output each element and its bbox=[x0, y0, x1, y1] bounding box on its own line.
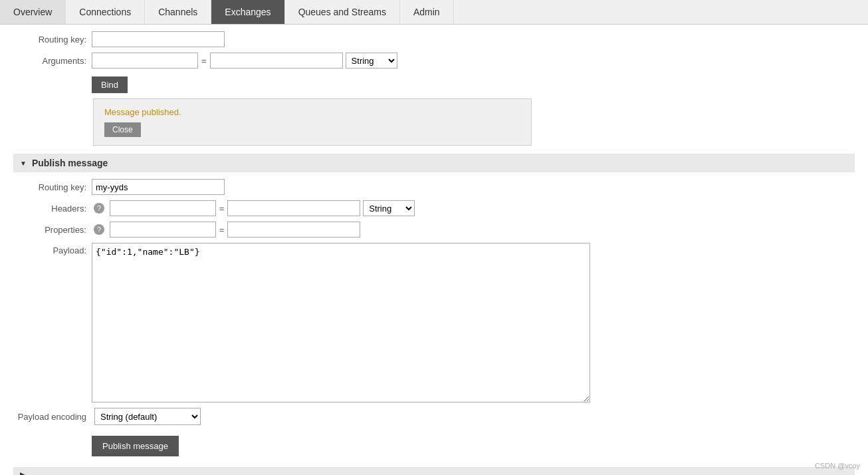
publish-routing-key-input[interactable] bbox=[92, 179, 225, 195]
properties-help-icon[interactable]: ? bbox=[94, 224, 104, 235]
publish-encoding-label: Payload encoding bbox=[13, 412, 86, 422]
notification-message: Message published. bbox=[104, 107, 520, 117]
properties-equals-sign: = bbox=[219, 225, 225, 235]
nav-exchanges[interactable]: Exchanges bbox=[211, 0, 284, 24]
nav-bar: Overview Connections Channels Exchanges … bbox=[0, 0, 868, 25]
headers-equals-sign: = bbox=[219, 204, 225, 214]
section-arrow-icon: ▼ bbox=[20, 160, 27, 167]
bind-arguments-value-input[interactable] bbox=[210, 53, 343, 69]
publish-encoding-select[interactable]: String (default) Base64 bbox=[94, 408, 201, 425]
publish-properties-value-input[interactable] bbox=[227, 222, 360, 238]
publish-properties-row: Properties: ? = bbox=[13, 222, 855, 238]
close-notification-button[interactable]: Close bbox=[104, 122, 141, 137]
main-content: Routing key: Arguments: = String Number … bbox=[0, 25, 868, 475]
publish-payload-label: Payload: bbox=[13, 243, 86, 255]
delete-section-arrow-icon: ▶ bbox=[20, 471, 25, 475]
bind-arguments-row: Arguments: = String Number Boolean bbox=[13, 53, 855, 69]
nav-overview[interactable]: Overview bbox=[0, 0, 66, 24]
watermark: CSDN @vcoy bbox=[815, 462, 860, 470]
bind-button[interactable]: Bind bbox=[92, 77, 128, 93]
bind-button-row: Bind bbox=[13, 74, 855, 93]
bind-arguments-label: Arguments: bbox=[13, 56, 86, 66]
publish-properties-key-input[interactable] bbox=[110, 222, 216, 238]
nav-connections[interactable]: Connections bbox=[66, 0, 145, 24]
publish-payload-row: Payload: {"id":1,"name":"LB"} bbox=[13, 243, 855, 402]
publish-section-title: Publish message bbox=[32, 158, 108, 168]
publish-message-button[interactable]: Publish message bbox=[92, 436, 179, 456]
publish-section-header[interactable]: ▼ Publish message bbox=[13, 154, 855, 172]
bind-equals-sign: = bbox=[201, 56, 207, 66]
publish-encoding-row: Payload encoding String (default) Base64 bbox=[13, 408, 855, 425]
publish-routing-key-row: Routing key: bbox=[13, 179, 855, 195]
nav-admin[interactable]: Admin bbox=[400, 0, 454, 24]
publish-headers-key-input[interactable] bbox=[110, 200, 216, 216]
bind-routing-key-input[interactable] bbox=[92, 31, 225, 47]
bind-routing-key-label: Routing key: bbox=[13, 35, 86, 45]
nav-channels[interactable]: Channels bbox=[145, 0, 211, 24]
publish-headers-label: Headers: bbox=[13, 204, 86, 214]
notification-box: Message published. Close bbox=[93, 98, 532, 146]
delete-section-header[interactable]: ▶ bbox=[13, 467, 855, 475]
publish-routing-key-label: Routing key: bbox=[13, 182, 86, 192]
publish-headers-value-input[interactable] bbox=[227, 200, 360, 216]
publish-properties-label: Properties: bbox=[13, 225, 86, 235]
bind-routing-key-row: Routing key: bbox=[13, 31, 855, 47]
publish-headers-row: Headers: ? = String Number Boolean bbox=[13, 200, 855, 216]
headers-help-icon[interactable]: ? bbox=[94, 203, 104, 214]
bind-type-select[interactable]: String Number Boolean bbox=[346, 53, 397, 69]
publish-payload-textarea[interactable]: {"id":1,"name":"LB"} bbox=[92, 243, 590, 402]
nav-queues[interactable]: Queues and Streams bbox=[285, 0, 400, 24]
publish-headers-type-select[interactable]: String Number Boolean bbox=[363, 200, 415, 216]
bind-arguments-key-input[interactable] bbox=[92, 53, 198, 69]
